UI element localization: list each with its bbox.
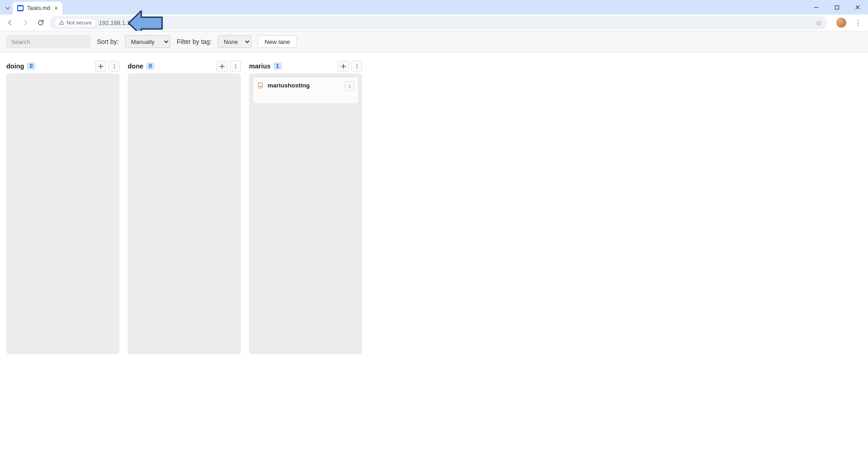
card-title: mariushosting [268,82,310,89]
lane-title[interactable]: doing [6,63,24,70]
svg-point-23 [349,86,350,87]
card-menu-button[interactable] [345,81,355,91]
browser-titlebar: Tasks.md × [0,0,868,14]
kanban-board: doing 0 done 0 marius 1 [0,53,868,361]
svg-point-9 [114,66,115,67]
nav-forward-button[interactable] [19,16,32,29]
lane-header: doing 0 [6,59,120,73]
filter-by-tag-select[interactable]: None [218,35,251,48]
omnibox[interactable]: Not secure 192.168.1.18:3563 ☆ [50,16,827,29]
window-close-button[interactable] [847,0,868,14]
svg-point-14 [235,66,236,67]
lane-header: marius 1 [249,59,362,73]
new-lane-button[interactable]: New lane [258,35,297,48]
lane-body[interactable] [6,73,120,354]
not-secure-chip[interactable]: Not secure [55,19,96,26]
lane-add-button[interactable] [216,61,227,72]
lane-header: done 0 [128,59,241,73]
profile-avatar[interactable] [836,18,846,28]
lane-body[interactable] [128,73,241,354]
browser-address-bar: Not secure 192.168.1.18:3563 ☆ ⋮ [0,14,868,31]
svg-point-24 [349,87,350,88]
app-root: Sort by: Manually Filter by tag: None Ne… [0,31,868,361]
svg-point-10 [114,67,115,68]
svg-point-20 [356,67,357,68]
lane-title[interactable]: done [128,63,144,70]
tab-title: Tasks.md [27,5,50,11]
svg-point-19 [356,66,357,67]
lane-count-badge: 0 [27,63,35,70]
tab-favicon [17,5,24,11]
lane-body[interactable]: mariushosting [249,73,362,354]
lane-add-button[interactable] [95,61,106,72]
lane-marius: marius 1 mariushosting [249,59,362,354]
app-toolbar: Sort by: Manually Filter by tag: None Ne… [0,31,868,53]
tab-close-icon[interactable]: × [54,5,58,11]
nav-reload-button[interactable] [34,16,47,29]
svg-point-13 [235,64,236,65]
svg-point-8 [114,64,115,65]
lane-menu-button[interactable] [351,61,362,72]
svg-point-5 [62,24,62,24]
card-icon [258,82,264,89]
svg-rect-1 [835,5,839,9]
lane-done: done 0 [128,59,241,354]
lane-doing: doing 0 [6,59,120,354]
task-card[interactable]: mariushosting [253,77,359,104]
nav-back-button[interactable] [4,16,16,29]
search-input[interactable] [6,35,91,48]
svg-rect-21 [259,83,263,88]
window-controls [806,0,868,14]
url-text: 192.168.1.18:3563 [99,19,148,26]
sort-by-select[interactable]: Manually [125,35,170,48]
lane-count-badge: 1 [273,63,282,70]
lane-add-button[interactable] [338,61,349,72]
not-secure-label: Not secure [67,20,92,25]
lane-menu-button[interactable] [230,61,241,72]
browser-tab[interactable]: Tasks.md × [13,2,62,14]
window-maximize-button[interactable] [826,0,847,14]
chrome-menu-button[interactable]: ⋮ [852,19,864,27]
tab-search-dropdown[interactable] [3,2,13,14]
lane-title[interactable]: marius [249,63,271,70]
lane-menu-button[interactable] [109,61,120,72]
svg-point-18 [356,64,357,65]
svg-point-15 [235,67,236,68]
window-minimize-button[interactable] [806,0,826,14]
warning-icon [59,20,64,25]
svg-point-22 [349,84,350,85]
filter-by-tag-label: Filter by tag: [177,38,211,45]
bookmark-star-icon[interactable]: ☆ [815,19,822,27]
lane-count-badge: 0 [146,63,155,70]
sort-by-label: Sort by: [97,38,119,45]
